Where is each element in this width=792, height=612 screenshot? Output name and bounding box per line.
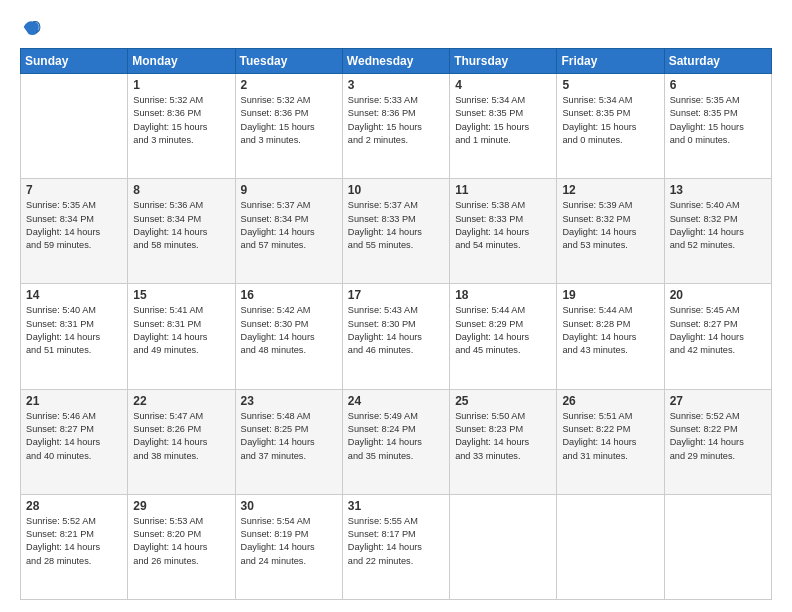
cell-content: Sunrise: 5:40 AM Sunset: 8:31 PM Dayligh… — [26, 304, 122, 357]
cell-content: Sunrise: 5:38 AM Sunset: 8:33 PM Dayligh… — [455, 199, 551, 252]
day-number: 1 — [133, 78, 229, 92]
calendar-cell: 3Sunrise: 5:33 AM Sunset: 8:36 PM Daylig… — [342, 74, 449, 179]
cell-content: Sunrise: 5:35 AM Sunset: 8:34 PM Dayligh… — [26, 199, 122, 252]
cell-content: Sunrise: 5:37 AM Sunset: 8:33 PM Dayligh… — [348, 199, 444, 252]
calendar-cell: 25Sunrise: 5:50 AM Sunset: 8:23 PM Dayli… — [450, 389, 557, 494]
day-number: 24 — [348, 394, 444, 408]
day-number: 25 — [455, 394, 551, 408]
cell-content: Sunrise: 5:40 AM Sunset: 8:32 PM Dayligh… — [670, 199, 766, 252]
cell-content: Sunrise: 5:48 AM Sunset: 8:25 PM Dayligh… — [241, 410, 337, 463]
cell-content: Sunrise: 5:32 AM Sunset: 8:36 PM Dayligh… — [241, 94, 337, 147]
cell-content: Sunrise: 5:50 AM Sunset: 8:23 PM Dayligh… — [455, 410, 551, 463]
cell-content: Sunrise: 5:47 AM Sunset: 8:26 PM Dayligh… — [133, 410, 229, 463]
day-number: 23 — [241, 394, 337, 408]
calendar-cell: 27Sunrise: 5:52 AM Sunset: 8:22 PM Dayli… — [664, 389, 771, 494]
day-number: 27 — [670, 394, 766, 408]
day-number: 13 — [670, 183, 766, 197]
cell-content: Sunrise: 5:43 AM Sunset: 8:30 PM Dayligh… — [348, 304, 444, 357]
cell-content: Sunrise: 5:52 AM Sunset: 8:21 PM Dayligh… — [26, 515, 122, 568]
week-row-2: 14Sunrise: 5:40 AM Sunset: 8:31 PM Dayli… — [21, 284, 772, 389]
calendar-cell: 9Sunrise: 5:37 AM Sunset: 8:34 PM Daylig… — [235, 179, 342, 284]
calendar-cell: 5Sunrise: 5:34 AM Sunset: 8:35 PM Daylig… — [557, 74, 664, 179]
calendar-cell: 29Sunrise: 5:53 AM Sunset: 8:20 PM Dayli… — [128, 494, 235, 599]
day-number: 26 — [562, 394, 658, 408]
cell-content: Sunrise: 5:34 AM Sunset: 8:35 PM Dayligh… — [455, 94, 551, 147]
calendar-table: SundayMondayTuesdayWednesdayThursdayFrid… — [20, 48, 772, 600]
cell-content: Sunrise: 5:35 AM Sunset: 8:35 PM Dayligh… — [670, 94, 766, 147]
cell-content: Sunrise: 5:36 AM Sunset: 8:34 PM Dayligh… — [133, 199, 229, 252]
cell-content: Sunrise: 5:32 AM Sunset: 8:36 PM Dayligh… — [133, 94, 229, 147]
calendar-cell: 23Sunrise: 5:48 AM Sunset: 8:25 PM Dayli… — [235, 389, 342, 494]
calendar-cell: 17Sunrise: 5:43 AM Sunset: 8:30 PM Dayli… — [342, 284, 449, 389]
cell-content: Sunrise: 5:45 AM Sunset: 8:27 PM Dayligh… — [670, 304, 766, 357]
day-number: 16 — [241, 288, 337, 302]
calendar-cell: 30Sunrise: 5:54 AM Sunset: 8:19 PM Dayli… — [235, 494, 342, 599]
day-number: 6 — [670, 78, 766, 92]
col-header-thursday: Thursday — [450, 49, 557, 74]
calendar-cell — [450, 494, 557, 599]
header — [20, 16, 772, 38]
week-row-3: 21Sunrise: 5:46 AM Sunset: 8:27 PM Dayli… — [21, 389, 772, 494]
calendar-cell: 26Sunrise: 5:51 AM Sunset: 8:22 PM Dayli… — [557, 389, 664, 494]
day-number: 19 — [562, 288, 658, 302]
calendar-header-row: SundayMondayTuesdayWednesdayThursdayFrid… — [21, 49, 772, 74]
calendar-cell: 19Sunrise: 5:44 AM Sunset: 8:28 PM Dayli… — [557, 284, 664, 389]
cell-content: Sunrise: 5:51 AM Sunset: 8:22 PM Dayligh… — [562, 410, 658, 463]
page: SundayMondayTuesdayWednesdayThursdayFrid… — [0, 0, 792, 612]
cell-content: Sunrise: 5:42 AM Sunset: 8:30 PM Dayligh… — [241, 304, 337, 357]
cell-content: Sunrise: 5:33 AM Sunset: 8:36 PM Dayligh… — [348, 94, 444, 147]
cell-content: Sunrise: 5:37 AM Sunset: 8:34 PM Dayligh… — [241, 199, 337, 252]
cell-content: Sunrise: 5:54 AM Sunset: 8:19 PM Dayligh… — [241, 515, 337, 568]
calendar-cell: 6Sunrise: 5:35 AM Sunset: 8:35 PM Daylig… — [664, 74, 771, 179]
cell-content: Sunrise: 5:53 AM Sunset: 8:20 PM Dayligh… — [133, 515, 229, 568]
day-number: 11 — [455, 183, 551, 197]
calendar-cell: 28Sunrise: 5:52 AM Sunset: 8:21 PM Dayli… — [21, 494, 128, 599]
calendar-cell: 10Sunrise: 5:37 AM Sunset: 8:33 PM Dayli… — [342, 179, 449, 284]
day-number: 12 — [562, 183, 658, 197]
day-number: 9 — [241, 183, 337, 197]
day-number: 14 — [26, 288, 122, 302]
day-number: 7 — [26, 183, 122, 197]
col-header-sunday: Sunday — [21, 49, 128, 74]
calendar-cell: 14Sunrise: 5:40 AM Sunset: 8:31 PM Dayli… — [21, 284, 128, 389]
col-header-saturday: Saturday — [664, 49, 771, 74]
week-row-1: 7Sunrise: 5:35 AM Sunset: 8:34 PM Daylig… — [21, 179, 772, 284]
calendar-cell: 16Sunrise: 5:42 AM Sunset: 8:30 PM Dayli… — [235, 284, 342, 389]
cell-content: Sunrise: 5:49 AM Sunset: 8:24 PM Dayligh… — [348, 410, 444, 463]
day-number: 17 — [348, 288, 444, 302]
logo-icon — [20, 16, 42, 38]
col-header-monday: Monday — [128, 49, 235, 74]
calendar-cell: 31Sunrise: 5:55 AM Sunset: 8:17 PM Dayli… — [342, 494, 449, 599]
calendar-cell: 2Sunrise: 5:32 AM Sunset: 8:36 PM Daylig… — [235, 74, 342, 179]
logo — [20, 16, 46, 38]
week-row-4: 28Sunrise: 5:52 AM Sunset: 8:21 PM Dayli… — [21, 494, 772, 599]
cell-content: Sunrise: 5:52 AM Sunset: 8:22 PM Dayligh… — [670, 410, 766, 463]
calendar-cell: 22Sunrise: 5:47 AM Sunset: 8:26 PM Dayli… — [128, 389, 235, 494]
cell-content: Sunrise: 5:44 AM Sunset: 8:28 PM Dayligh… — [562, 304, 658, 357]
day-number: 21 — [26, 394, 122, 408]
day-number: 20 — [670, 288, 766, 302]
cell-content: Sunrise: 5:46 AM Sunset: 8:27 PM Dayligh… — [26, 410, 122, 463]
calendar-cell: 24Sunrise: 5:49 AM Sunset: 8:24 PM Dayli… — [342, 389, 449, 494]
day-number: 4 — [455, 78, 551, 92]
week-row-0: 1Sunrise: 5:32 AM Sunset: 8:36 PM Daylig… — [21, 74, 772, 179]
calendar-cell: 21Sunrise: 5:46 AM Sunset: 8:27 PM Dayli… — [21, 389, 128, 494]
calendar-cell — [664, 494, 771, 599]
calendar-cell: 20Sunrise: 5:45 AM Sunset: 8:27 PM Dayli… — [664, 284, 771, 389]
day-number: 5 — [562, 78, 658, 92]
calendar-cell: 13Sunrise: 5:40 AM Sunset: 8:32 PM Dayli… — [664, 179, 771, 284]
col-header-tuesday: Tuesday — [235, 49, 342, 74]
calendar-cell: 12Sunrise: 5:39 AM Sunset: 8:32 PM Dayli… — [557, 179, 664, 284]
day-number: 8 — [133, 183, 229, 197]
day-number: 22 — [133, 394, 229, 408]
day-number: 10 — [348, 183, 444, 197]
day-number: 2 — [241, 78, 337, 92]
day-number: 3 — [348, 78, 444, 92]
col-header-friday: Friday — [557, 49, 664, 74]
day-number: 31 — [348, 499, 444, 513]
col-header-wednesday: Wednesday — [342, 49, 449, 74]
cell-content: Sunrise: 5:39 AM Sunset: 8:32 PM Dayligh… — [562, 199, 658, 252]
calendar-cell: 7Sunrise: 5:35 AM Sunset: 8:34 PM Daylig… — [21, 179, 128, 284]
day-number: 29 — [133, 499, 229, 513]
calendar-cell: 15Sunrise: 5:41 AM Sunset: 8:31 PM Dayli… — [128, 284, 235, 389]
